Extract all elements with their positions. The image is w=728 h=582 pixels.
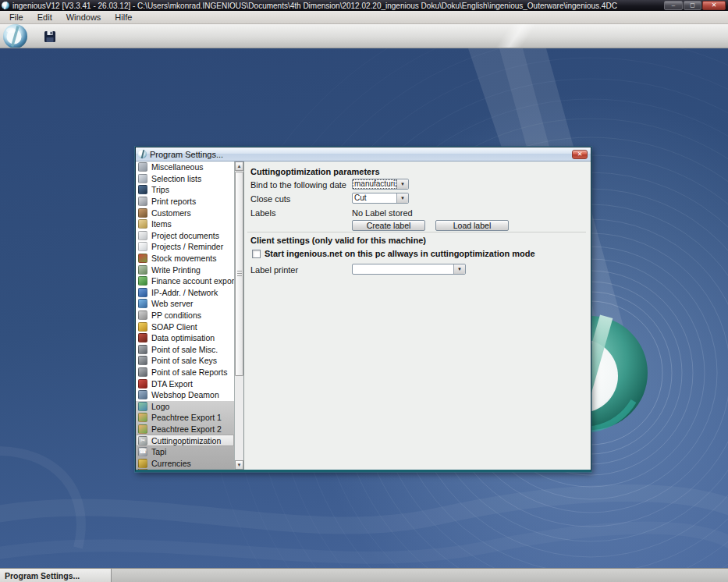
cuttingoptimization-icon: ✂: [138, 436, 147, 445]
projects-reminder-icon: [138, 242, 147, 251]
bind-date-label: Bind to the following date: [250, 180, 346, 190]
dta-export-icon: [138, 379, 147, 389]
sidebar-item-label: Web server: [151, 299, 194, 308]
sidebar-item-label: Items: [151, 219, 172, 229]
sidebar-item-label: Customers: [151, 208, 191, 218]
sidebar-item-logo[interactable]: Logo: [136, 400, 234, 412]
toolbar: [0, 24, 728, 48]
sidebar-item-cuttingoptimization[interactable]: ✂Cuttingoptimization: [136, 435, 234, 446]
menu-file[interactable]: File: [2, 12, 30, 23]
labels-label: Labels: [250, 208, 275, 218]
data-optimisation-icon: [138, 333, 147, 342]
peachtree-export-2-icon: [138, 424, 147, 434]
sidebar-item-items[interactable]: Items: [136, 218, 234, 230]
sidebar-item-webshop-deamon[interactable]: Webshop Deamon: [136, 389, 234, 401]
sidebar-item-project-documents[interactable]: Project documents: [136, 230, 234, 242]
sidebar-item-label: Point of sale Misc.: [151, 345, 218, 354]
sidebar-item-print-reports[interactable]: Print reports: [136, 196, 234, 208]
sidebar-item-data-optimisation[interactable]: Data optimisation: [136, 332, 234, 344]
close-cuts-label: Close cuts: [250, 194, 290, 204]
write-printing-icon: [138, 265, 147, 275]
sidebar-item-label: Write Printing: [151, 265, 201, 275]
dialog-title: Program Settings...: [150, 150, 223, 159]
sidebar-item-label: Point of sale Reports: [151, 367, 227, 377]
menu-hilfe[interactable]: Hilfe: [108, 12, 139, 23]
sidebar-item-web-server[interactable]: Web server: [136, 298, 234, 310]
sidebar-item-label: Projects / Reminder: [151, 242, 223, 251]
sidebar-item-label: Trips: [151, 185, 169, 194]
close-cuts-dropdown[interactable]: Cut ▼: [352, 193, 409, 204]
dialog-logo-icon: [138, 150, 147, 158]
sidebar-item-peachtree-export-1[interactable]: Peachtree Export 1: [136, 412, 234, 424]
cuttingoptimization-mode-checkbox[interactable]: [252, 250, 261, 258]
sidebar-item-label: Project documents: [151, 231, 219, 240]
taskbar: Program Settings...: [0, 568, 728, 582]
sidebar-item-label: SOAP Client: [151, 322, 197, 332]
settings-main-panel: Cuttingoptimization parameters Bind to t…: [244, 161, 591, 470]
cuttingoptimization-mode-label: Start ingenious.net on this pc allways i…: [265, 249, 535, 258]
sidebar-item-label: Peachtree Export 1: [151, 413, 222, 422]
scroll-down-button[interactable]: ▼: [235, 460, 243, 470]
sidebar-item-point-of-sale-misc[interactable]: Point of sale Misc.: [136, 344, 234, 356]
sidebar-item-finance-account-export[interactable]: Finance account export: [136, 275, 234, 287]
save-button[interactable]: [43, 30, 57, 44]
sidebar-item-label: Tapi: [151, 447, 166, 456]
maximize-button[interactable]: ◻: [684, 1, 701, 10]
ingenious-logo-icon: [2, 24, 28, 48]
load-label-button[interactable]: Load label: [435, 220, 509, 231]
sidebar-item-pp-conditions[interactable]: PP conditions: [136, 310, 234, 321]
sidebar-item-miscellaneous[interactable]: Miscellaneous: [136, 161, 234, 173]
minimize-button[interactable]: –: [664, 1, 683, 10]
menu-windows[interactable]: Windows: [59, 12, 108, 23]
app-logo-icon: [2, 2, 9, 9]
sidebar-item-label: DTA Export: [151, 379, 193, 389]
sidebar-item-peachtree-export-2[interactable]: Peachtree Export 2: [136, 424, 234, 435]
sidebar-item-label: Point of sale Keys: [151, 356, 217, 365]
scrollbar-thumb[interactable]: [235, 172, 243, 376]
window-titlebar: ingeniousV12 [V3.3.41 - 26.03.12] - C:\U…: [0, 0, 728, 11]
sidebar-item-projects-reminder[interactable]: Projects / Reminder: [136, 241, 234, 253]
sidebar-item-customers[interactable]: Customers: [136, 207, 234, 218]
ip-addr-network-icon: [138, 288, 147, 297]
sidebar-item-selection-lists[interactable]: Selection lists: [136, 173, 234, 185]
taskbar-tab-program-settings[interactable]: Program Settings...: [0, 569, 112, 582]
desktop-background: Program Settings... ✕ MiscellaneousSelec…: [0, 48, 728, 568]
dialog-close-button[interactable]: ✕: [572, 150, 588, 159]
sidebar-item-currencies[interactable]: Currencies: [136, 457, 234, 469]
sidebar-item-stock-movements[interactable]: Stock movements: [136, 253, 234, 264]
sidebar-item-tapi[interactable]: ☎Tapi: [136, 446, 234, 458]
sidebar-item-label: Selection lists: [151, 174, 201, 183]
dropdown-arrow-icon[interactable]: ▼: [396, 193, 408, 203]
sidebar-item-label: Peachtree Export 2: [151, 424, 222, 434]
create-label-button[interactable]: Create label: [352, 220, 425, 231]
sidebar-item-label: IP-Addr. / Network: [151, 288, 218, 297]
partial-item-icon: [138, 469, 147, 470]
currencies-icon: [138, 459, 147, 468]
sidebar-item-ip-addr-network[interactable]: IP-Addr. / Network: [136, 287, 234, 299]
dropdown-arrow-icon[interactable]: ▼: [453, 264, 465, 274]
dialog-titlebar[interactable]: Program Settings... ✕: [136, 147, 591, 161]
sidebar-item-trips[interactable]: Trips: [136, 184, 234, 196]
trips-icon: [138, 185, 147, 194]
sidebar-item-write-printing[interactable]: Write Printing: [136, 264, 234, 275]
point-of-sale-reports-icon: [138, 367, 147, 377]
webshop-deamon-icon: [138, 390, 147, 399]
sidebar-item-point-of-sale-reports[interactable]: Point of sale Reports: [136, 367, 234, 378]
menu-edit[interactable]: Edit: [30, 12, 59, 23]
sidebar-item-soap-client[interactable]: SOAP Client: [136, 321, 234, 332]
sidebar-item-label: Cuttingoptimization: [151, 436, 221, 445]
close-button[interactable]: ✕: [702, 1, 726, 10]
sidebar-item-point-of-sale-keys[interactable]: Point of sale Keys: [136, 355, 234, 367]
settings-category-list: MiscellaneousSelection listsTripsPrint r…: [136, 161, 234, 470]
sidebar-item-label: Finance account export: [151, 276, 234, 286]
finance-account-export-icon: [138, 276, 147, 286]
label-printer-dropdown[interactable]: ▼: [352, 264, 466, 275]
sidebar-scrollbar[interactable]: ▲ ▼: [234, 161, 243, 470]
sidebar-item-partial-item[interactable]: [136, 469, 234, 470]
screen: ingeniousV12 [V3.3.41 - 26.03.12] - C:\U…: [0, 0, 728, 582]
bind-date-dropdown[interactable]: manufacturi... ▼: [352, 179, 409, 190]
sidebar-item-dta-export[interactable]: DTA Export: [136, 378, 234, 389]
web-server-icon: [138, 299, 147, 308]
dropdown-arrow-icon[interactable]: ▼: [396, 179, 408, 189]
scroll-up-button[interactable]: ▲: [235, 161, 243, 171]
